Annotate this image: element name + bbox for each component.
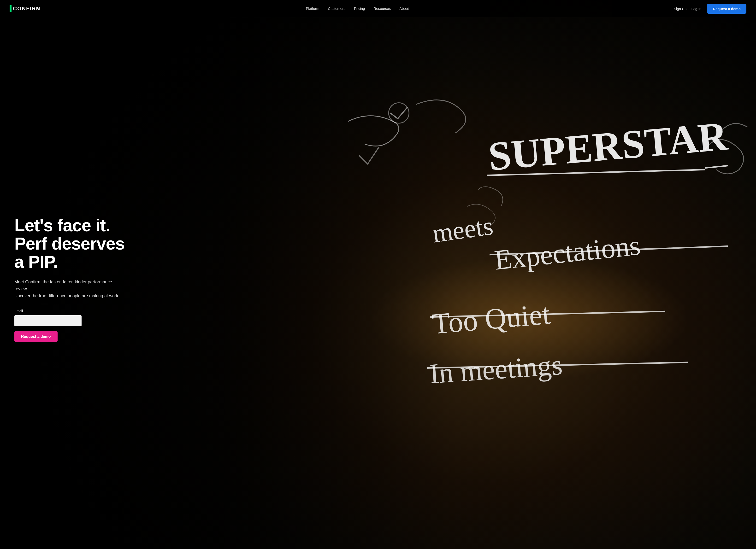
- nav-customers[interactable]: Customers: [328, 6, 345, 11]
- hero-subtext-line2: Uncover the true difference people are m…: [14, 293, 119, 298]
- email-input[interactable]: [14, 315, 82, 326]
- hero-headline: Let's face it. Perf deserves a PIP.: [14, 217, 125, 271]
- headline-line3: a PIP.: [14, 252, 58, 272]
- navbar: CONFIRM Platform Customers Pricing Resou…: [0, 0, 756, 17]
- logo-text: CONFIRM: [13, 6, 41, 12]
- hero-subtext-line1: Meet Confirm, the faster, fairer, kinder…: [14, 279, 112, 291]
- headline-line1: Let's face it.: [14, 216, 110, 235]
- logo-accent-bar: [10, 5, 12, 12]
- request-demo-hero-button[interactable]: Request a demo: [14, 331, 58, 342]
- nav-platform[interactable]: Platform: [306, 6, 319, 11]
- hero-content: Let's face it. Perf deserves a PIP. Meet…: [0, 188, 139, 361]
- request-demo-nav-button[interactable]: Request a demo: [707, 4, 746, 14]
- nav-resources[interactable]: Resources: [374, 6, 391, 11]
- logo-link[interactable]: CONFIRM: [10, 5, 41, 12]
- hero-section: SUPERSTAR meets Expectations Too Quiet I…: [0, 0, 756, 549]
- nav-auth: Sign Up Log In: [674, 7, 701, 11]
- nav-about[interactable]: About: [399, 6, 409, 11]
- log-in-link[interactable]: Log In: [691, 7, 701, 11]
- nav-right: Sign Up Log In Request a demo: [674, 4, 746, 14]
- sign-up-link[interactable]: Sign Up: [674, 7, 686, 11]
- nav-links: Platform Customers Pricing Resources Abo…: [306, 6, 409, 11]
- headline-line2: Perf deserves: [14, 234, 124, 253]
- nav-pricing[interactable]: Pricing: [354, 6, 365, 11]
- hero-subtext: Meet Confirm, the faster, fairer, kinder…: [14, 278, 125, 299]
- email-label: Email: [14, 309, 125, 313]
